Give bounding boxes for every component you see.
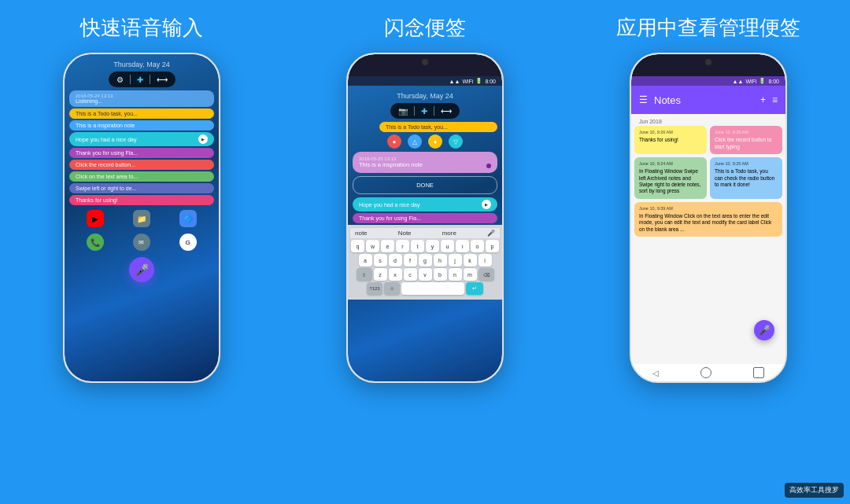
toolbar-divider xyxy=(130,75,131,84)
note-card-1[interactable]: June 10, 9:26 AM Thanks for using! xyxy=(634,126,707,154)
key-k[interactable]: k xyxy=(464,254,477,267)
settings-icon[interactable]: ⚙ xyxy=(116,75,124,84)
key-e[interactable]: e xyxy=(381,240,394,252)
key-backspace[interactable]: ⌫ xyxy=(479,268,494,281)
key-a[interactable]: a xyxy=(359,254,372,267)
note-date-5: June 10, 9:39 AM xyxy=(639,206,778,212)
quick-toolbar2: 📷 ✚ ⟷ xyxy=(390,103,460,119)
note-date-4: June 10, 9:25 AM xyxy=(715,161,778,167)
phone3-frame: ▲▲ WiFi 🔋 8:00 ☰ Notes + ≡ Jun 2018 xyxy=(630,53,787,383)
keyboard-suggestions: note Note more 🎤 xyxy=(350,228,500,238)
add-note-icon[interactable]: + xyxy=(760,94,766,105)
inspiration-text: This is a inspiration note xyxy=(359,161,491,168)
action-circles-row: ● △ ♦ ▽ xyxy=(348,134,502,149)
inspiration-note-card: 2018-05-25 13:13 This is a inspiration n… xyxy=(353,152,497,173)
play-button1[interactable]: ▶ xyxy=(198,134,208,144)
key-s[interactable]: s xyxy=(374,254,387,267)
google-icon[interactable]: G xyxy=(179,234,197,251)
msg-icon[interactable]: ✉ xyxy=(133,234,150,251)
phone-icon[interactable]: 📞 xyxy=(87,234,104,251)
suggestion-note[interactable]: note xyxy=(355,230,368,237)
add-icon2[interactable]: ✚ xyxy=(421,107,427,116)
key-space[interactable] xyxy=(401,282,464,295)
action-circle-teal[interactable]: ▽ xyxy=(449,134,463,149)
filter-icon[interactable]: ≡ xyxy=(772,94,778,105)
key-q[interactable]: q xyxy=(351,240,364,252)
note-card-2[interactable]: June 10, 9:26 AM Click the record button… xyxy=(710,126,782,154)
phone2-screen: ▲▲ WiFi 🔋 8:00 Thursday, May 24 📷 ✚ xyxy=(348,54,502,381)
key-y[interactable]: y xyxy=(426,240,439,252)
key-b[interactable]: b xyxy=(434,268,447,281)
files-icon[interactable]: 📁 xyxy=(133,210,150,227)
notif-time: 2018-05-24 13:13 xyxy=(76,94,208,98)
app3-icon[interactable]: 🔷 xyxy=(179,210,197,227)
mic-button1[interactable]: 🎤 xyxy=(129,257,154,282)
chip-todo2: This is a Todo task, you... xyxy=(379,122,497,132)
key-u[interactable]: u xyxy=(441,240,454,252)
action-circle-blue[interactable]: △ xyxy=(408,134,422,149)
youtube-icon[interactable]: ▶ xyxy=(87,210,104,227)
mic-suggestion-icon[interactable]: 🎤 xyxy=(487,230,495,237)
key-x[interactable]: x xyxy=(389,268,402,281)
note-text-4: This is a Todo task, you can check the r… xyxy=(715,168,778,188)
bottom-nav3: ◁ xyxy=(631,364,785,381)
play-button2[interactable]: ▶ xyxy=(482,200,491,209)
listening-indicator: 2018-05-24 13:13 Listening... xyxy=(69,90,214,107)
key-row-1: q w e r t y u i o p xyxy=(350,240,500,252)
key-shift[interactable]: ⇧ xyxy=(357,268,372,281)
key-w[interactable]: w xyxy=(366,240,379,252)
key-i[interactable]: i xyxy=(456,240,469,252)
back-button3[interactable]: ◁ xyxy=(652,369,659,377)
key-v[interactable]: v xyxy=(419,268,432,281)
notes-grid: June 10, 9:26 AM Thanks for using! June … xyxy=(634,126,782,237)
key-d[interactable]: d xyxy=(389,254,402,267)
key-z[interactable]: z xyxy=(374,268,387,281)
key-f[interactable]: f xyxy=(404,254,417,267)
key-r[interactable]: r xyxy=(396,240,409,252)
key-p[interactable]: p xyxy=(486,240,499,252)
recent-button3[interactable] xyxy=(753,367,764,378)
home-button3[interactable] xyxy=(700,367,711,378)
note-card-3[interactable]: June 10, 9:24 AM In Floating Window Swip… xyxy=(634,157,707,199)
phone2-wallpaper: Thursday, May 24 📷 ✚ ⟷ This is a Todo ta… xyxy=(348,86,502,381)
chip-nice-day2: Hope you had a nice day ▶ xyxy=(353,197,497,212)
mic-fab-button[interactable]: 🎤 xyxy=(754,320,774,340)
wifi-icon3: WiFi xyxy=(745,79,756,84)
suggestion-more[interactable]: more xyxy=(442,230,456,237)
notes-toolbar: ☰ Notes + ≡ xyxy=(631,86,785,114)
done-button[interactable]: DONE xyxy=(353,176,497,194)
note-card-4[interactable]: June 10, 9:25 AM This is a Todo task, yo… xyxy=(710,157,782,199)
add-icon[interactable]: ✚ xyxy=(137,75,143,84)
chip-swipe: Swipe left or right to de... xyxy=(69,183,214,193)
key-row-2: a s d f g h j k l xyxy=(350,254,500,267)
arrows-icon2[interactable]: ⟷ xyxy=(441,107,452,116)
suggestion-Note[interactable]: Note xyxy=(398,230,412,237)
key-enter[interactable]: ↵ xyxy=(466,282,483,295)
chip-thanks: Thanks for using! xyxy=(69,195,214,205)
section-flash-notes: 闪念便签 ▲▲ WiFi 🔋 8:00 Thursday, May 24 xyxy=(283,0,567,504)
arrows-icon[interactable]: ⟷ xyxy=(157,75,168,84)
key-c[interactable]: c xyxy=(404,268,417,281)
date-widget1: Thursday, May 24 xyxy=(65,54,219,68)
signal-icon2: ▲▲ xyxy=(449,79,460,84)
key-l[interactable]: l xyxy=(479,254,492,267)
key-m[interactable]: m xyxy=(464,268,477,281)
hamburger-icon[interactable]: ☰ xyxy=(639,94,648,105)
note-card-5[interactable]: June 10, 9:39 AM In Floating Window Clic… xyxy=(634,202,782,237)
key-h[interactable]: h xyxy=(434,254,447,267)
action-circle-red[interactable]: ● xyxy=(387,134,401,149)
key-o[interactable]: o xyxy=(471,240,484,252)
date-widget2: Thursday, May 24 xyxy=(348,86,502,100)
key-t[interactable]: t xyxy=(411,240,424,252)
key-emoji[interactable]: ☺ xyxy=(384,282,400,295)
key-j[interactable]: j xyxy=(449,254,462,267)
dot-indicator xyxy=(486,164,491,168)
key-n[interactable]: n xyxy=(449,268,462,281)
key-g[interactable]: g xyxy=(419,254,432,267)
notes-section-label: Jun 2018 xyxy=(634,117,782,126)
phone2-notch xyxy=(348,54,502,76)
chip-inspiration: This is a inspiration note xyxy=(69,120,214,131)
action-circle-yellow[interactable]: ♦ xyxy=(428,134,442,149)
key-numbers[interactable]: ?123 xyxy=(367,282,382,295)
camera-icon2[interactable]: 📷 xyxy=(398,107,408,116)
